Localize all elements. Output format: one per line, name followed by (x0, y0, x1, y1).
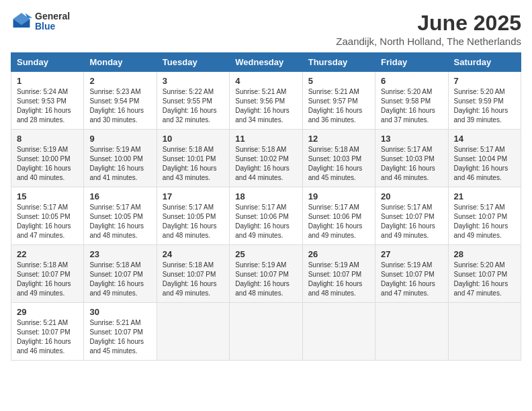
calendar-cell (448, 303, 521, 361)
weekday-header-saturday: Saturday (448, 53, 521, 72)
calendar-cell (375, 303, 448, 361)
calendar-cell: 29 Sunrise: 5:21 AM Sunset: 10:07 PM Day… (11, 303, 84, 361)
day-number: 27 (381, 249, 442, 259)
cell-content: Sunrise: 5:18 AM Sunset: 10:02 PM Daylig… (235, 145, 296, 183)
calendar-cell: 15 Sunrise: 5:17 AM Sunset: 10:05 PM Day… (11, 187, 84, 245)
calendar-table: SundayMondayTuesdayWednesdayThursdayFrid… (11, 52, 521, 361)
calendar-cell: 25 Sunrise: 5:19 AM Sunset: 10:07 PM Day… (230, 245, 302, 303)
cell-content: Sunrise: 5:19 AM Sunset: 10:00 PM Daylig… (89, 145, 150, 183)
calendar-cell: 1 Sunrise: 5:24 AM Sunset: 9:53 PM Dayli… (11, 72, 84, 130)
calendar-cell: 2 Sunrise: 5:23 AM Sunset: 9:54 PM Dayli… (84, 72, 157, 130)
calendar-cell (230, 303, 302, 361)
day-number: 16 (89, 191, 150, 201)
cell-content: Sunrise: 5:18 AM Sunset: 10:07 PM Daylig… (17, 261, 78, 298)
day-number: 29 (17, 307, 78, 317)
calendar-cell: 20 Sunrise: 5:17 AM Sunset: 10:07 PM Day… (375, 187, 448, 245)
calendar-cell: 5 Sunrise: 5:21 AM Sunset: 9:57 PM Dayli… (302, 72, 375, 130)
day-number: 11 (235, 134, 296, 144)
page-header: General Blue June 2025 Zaandijk, North H… (11, 11, 521, 47)
calendar-cell: 21 Sunrise: 5:17 AM Sunset: 10:07 PM Day… (448, 187, 521, 245)
cell-content: Sunrise: 5:17 AM Sunset: 10:03 PM Daylig… (381, 145, 442, 183)
logo: General Blue (11, 11, 70, 32)
day-number: 23 (89, 249, 150, 259)
day-number: 3 (163, 76, 224, 86)
day-number: 30 (89, 307, 150, 317)
calendar-cell: 9 Sunrise: 5:19 AM Sunset: 10:00 PM Dayl… (84, 130, 157, 187)
cell-content: Sunrise: 5:20 AM Sunset: 10:07 PM Daylig… (454, 261, 515, 298)
month-title: June 2025 (336, 11, 521, 36)
day-number: 26 (308, 249, 369, 259)
cell-content: Sunrise: 5:17 AM Sunset: 10:05 PM Daylig… (17, 203, 78, 240)
cell-content: Sunrise: 5:18 AM Sunset: 10:01 PM Daylig… (163, 145, 224, 183)
calendar-cell: 10 Sunrise: 5:18 AM Sunset: 10:01 PM Day… (157, 130, 229, 187)
weekday-header-wednesday: Wednesday (230, 53, 302, 72)
calendar-cell: 27 Sunrise: 5:19 AM Sunset: 10:07 PM Day… (375, 245, 448, 303)
calendar-cell: 24 Sunrise: 5:18 AM Sunset: 10:07 PM Day… (157, 245, 229, 303)
calendar-cell: 6 Sunrise: 5:20 AM Sunset: 9:58 PM Dayli… (375, 72, 448, 130)
day-number: 12 (308, 134, 369, 144)
calendar-cell: 28 Sunrise: 5:20 AM Sunset: 10:07 PM Day… (448, 245, 521, 303)
day-number: 8 (17, 134, 78, 144)
day-number: 1 (17, 76, 78, 86)
weekday-header-tuesday: Tuesday (157, 53, 229, 72)
day-number: 14 (454, 134, 515, 144)
weekday-header-sunday: Sunday (11, 53, 84, 72)
cell-content: Sunrise: 5:19 AM Sunset: 10:07 PM Daylig… (308, 261, 369, 298)
day-number: 4 (235, 76, 296, 86)
title-block: June 2025 Zaandijk, North Holland, The N… (336, 11, 521, 47)
calendar-week-row: 8 Sunrise: 5:19 AM Sunset: 10:00 PM Dayl… (11, 130, 521, 187)
cell-content: Sunrise: 5:20 AM Sunset: 9:58 PM Dayligh… (381, 87, 442, 125)
logo-text: General Blue (35, 11, 70, 32)
cell-content: Sunrise: 5:17 AM Sunset: 10:05 PM Daylig… (163, 203, 224, 240)
calendar-cell: 30 Sunrise: 5:21 AM Sunset: 10:07 PM Day… (84, 303, 157, 361)
day-number: 5 (308, 76, 369, 86)
weekday-header-friday: Friday (375, 53, 448, 72)
calendar-week-row: 15 Sunrise: 5:17 AM Sunset: 10:05 PM Day… (11, 187, 521, 245)
cell-content: Sunrise: 5:19 AM Sunset: 10:07 PM Daylig… (381, 261, 442, 298)
logo-icon (11, 11, 32, 32)
cell-content: Sunrise: 5:21 AM Sunset: 9:56 PM Dayligh… (235, 87, 296, 125)
day-number: 28 (454, 249, 515, 259)
calendar-week-row: 22 Sunrise: 5:18 AM Sunset: 10:07 PM Day… (11, 245, 521, 303)
calendar-week-row: 1 Sunrise: 5:24 AM Sunset: 9:53 PM Dayli… (11, 72, 521, 130)
cell-content: Sunrise: 5:23 AM Sunset: 9:54 PM Dayligh… (89, 87, 150, 125)
location-title: Zaandijk, North Holland, The Netherlands (336, 36, 521, 47)
day-number: 13 (381, 134, 442, 144)
cell-content: Sunrise: 5:17 AM Sunset: 10:05 PM Daylig… (89, 203, 150, 240)
day-number: 18 (235, 191, 296, 201)
cell-content: Sunrise: 5:17 AM Sunset: 10:06 PM Daylig… (308, 203, 369, 240)
calendar-cell: 26 Sunrise: 5:19 AM Sunset: 10:07 PM Day… (302, 245, 375, 303)
cell-content: Sunrise: 5:17 AM Sunset: 10:07 PM Daylig… (381, 203, 442, 240)
calendar-cell: 14 Sunrise: 5:17 AM Sunset: 10:04 PM Day… (448, 130, 521, 187)
day-number: 7 (454, 76, 515, 86)
day-number: 20 (381, 191, 442, 201)
day-number: 17 (163, 191, 224, 201)
cell-content: Sunrise: 5:18 AM Sunset: 10:03 PM Daylig… (308, 145, 369, 183)
weekday-header-thursday: Thursday (302, 53, 375, 72)
weekday-header-row: SundayMondayTuesdayWednesdayThursdayFrid… (11, 53, 521, 72)
calendar-cell: 13 Sunrise: 5:17 AM Sunset: 10:03 PM Day… (375, 130, 448, 187)
calendar-cell: 8 Sunrise: 5:19 AM Sunset: 10:00 PM Dayl… (11, 130, 84, 187)
day-number: 21 (454, 191, 515, 201)
calendar-cell: 23 Sunrise: 5:18 AM Sunset: 10:07 PM Day… (84, 245, 157, 303)
calendar-cell: 4 Sunrise: 5:21 AM Sunset: 9:56 PM Dayli… (230, 72, 302, 130)
calendar-week-row: 29 Sunrise: 5:21 AM Sunset: 10:07 PM Day… (11, 303, 521, 361)
cell-content: Sunrise: 5:21 AM Sunset: 9:57 PM Dayligh… (308, 87, 369, 125)
calendar-cell: 7 Sunrise: 5:20 AM Sunset: 9:59 PM Dayli… (448, 72, 521, 130)
cell-content: Sunrise: 5:18 AM Sunset: 10:07 PM Daylig… (89, 261, 150, 298)
weekday-header-monday: Monday (84, 53, 157, 72)
calendar-cell: 19 Sunrise: 5:17 AM Sunset: 10:06 PM Day… (302, 187, 375, 245)
cell-content: Sunrise: 5:22 AM Sunset: 9:55 PM Dayligh… (163, 87, 224, 125)
day-number: 24 (163, 249, 224, 259)
calendar-cell: 11 Sunrise: 5:18 AM Sunset: 10:02 PM Day… (230, 130, 302, 187)
cell-content: Sunrise: 5:17 AM Sunset: 10:06 PM Daylig… (235, 203, 296, 240)
cell-content: Sunrise: 5:17 AM Sunset: 10:04 PM Daylig… (454, 145, 515, 183)
day-number: 15 (17, 191, 78, 201)
calendar-cell: 22 Sunrise: 5:18 AM Sunset: 10:07 PM Day… (11, 245, 84, 303)
logo-general: General (35, 11, 70, 21)
day-number: 9 (89, 134, 150, 144)
cell-content: Sunrise: 5:18 AM Sunset: 10:07 PM Daylig… (163, 261, 224, 298)
day-number: 10 (163, 134, 224, 144)
calendar-cell: 12 Sunrise: 5:18 AM Sunset: 10:03 PM Day… (302, 130, 375, 187)
day-number: 19 (308, 191, 369, 201)
